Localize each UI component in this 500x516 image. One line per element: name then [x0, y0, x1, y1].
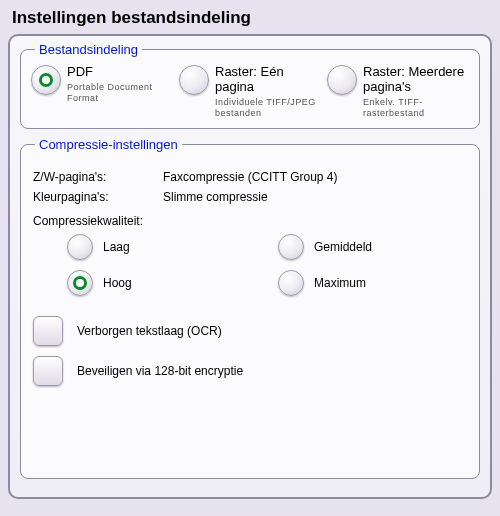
encrypt-checkbox[interactable] [33, 356, 63, 386]
format-option-desc: Enkelv. TIFF-rasterbestand [363, 97, 469, 119]
format-option-pdf[interactable]: PDF Portable Document Format [31, 65, 173, 118]
ocr-label: Verborgen tekstlaag (OCR) [77, 324, 222, 338]
quality-option-label: Maximum [314, 276, 366, 290]
format-option-desc: Portable Document Format [67, 82, 173, 104]
quality-option-label: Laag [103, 240, 130, 254]
quality-option-label: Hoog [103, 276, 132, 290]
radio-icon [278, 234, 304, 260]
format-option-title: Raster: Eén pagina [215, 65, 321, 95]
page-title: Instellingen bestandsindeling [12, 8, 488, 28]
format-option-raster-single[interactable]: Raster: Eén pagina Individuele TIFF/JPEG… [179, 65, 321, 118]
file-format-group: Bestandsindeling PDF Portable Document F… [20, 42, 480, 129]
format-option-raster-multi[interactable]: Raster: Meerdere pagina's Enkelv. TIFF-r… [327, 65, 469, 118]
quality-option-medium[interactable]: Gemiddeld [278, 234, 469, 260]
compression-group: Compressie-instellingen Z/W-pagina's: Fa… [20, 137, 480, 479]
quality-option-maximum[interactable]: Maximum [278, 270, 469, 296]
encrypt-label: Beveiligen via 128-bit encryptie [77, 364, 243, 378]
quality-option-label: Gemiddeld [314, 240, 372, 254]
bw-pages-value: Faxcompressie (CCITT Group 4) [163, 170, 467, 184]
format-option-title: Raster: Meerdere pagina's [363, 65, 469, 95]
format-option-title: PDF [67, 65, 173, 80]
radio-icon [67, 234, 93, 260]
bw-pages-label: Z/W-pagina's: [33, 170, 163, 184]
radio-icon [278, 270, 304, 296]
format-option-desc: Individuele TIFF/JPEG bestanden [215, 97, 321, 119]
radio-icon [31, 65, 61, 95]
radio-icon [67, 270, 93, 296]
quality-option-low[interactable]: Laag [67, 234, 258, 260]
settings-panel: Bestandsindeling PDF Portable Document F… [8, 34, 492, 499]
color-pages-label: Kleurpagina's: [33, 190, 163, 204]
file-format-legend: Bestandsindeling [35, 42, 142, 57]
radio-icon [179, 65, 209, 95]
quality-label: Compressiekwaliteit: [33, 214, 467, 228]
ocr-checkbox[interactable] [33, 316, 63, 346]
quality-option-high[interactable]: Hoog [67, 270, 258, 296]
radio-icon [327, 65, 357, 95]
color-pages-value: Slimme compressie [163, 190, 467, 204]
compression-legend: Compressie-instellingen [35, 137, 182, 152]
